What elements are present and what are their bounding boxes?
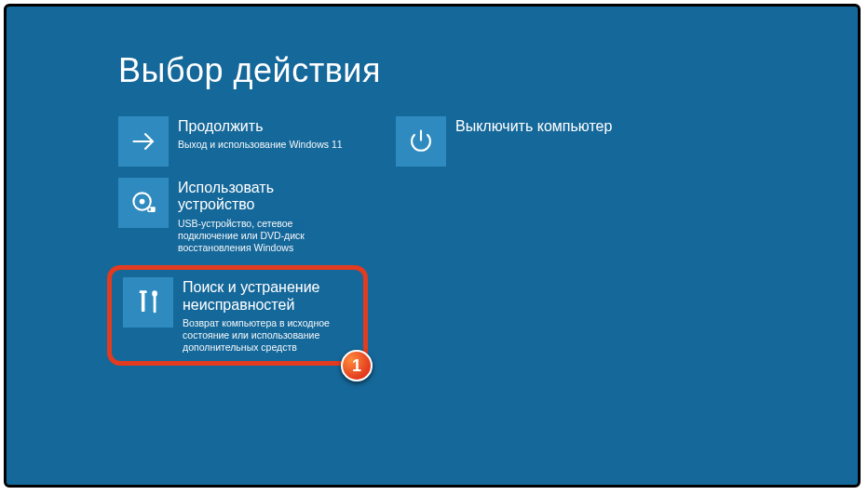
svg-rect-4	[149, 208, 151, 211]
tools-icon	[123, 277, 173, 328]
power-icon	[396, 116, 446, 167]
shutdown-tile[interactable]: Выключить компьютер	[396, 116, 634, 167]
continue-tile[interactable]: Продолжить Выход и использование Windows…	[118, 116, 357, 167]
svg-rect-5	[142, 293, 145, 312]
shutdown-title: Выключить компьютер	[455, 118, 612, 135]
content-area: Выбор действия Продолжить Выход и исполь…	[7, 7, 858, 485]
use-device-text: Использовать устройство USB-устройство, …	[178, 178, 350, 254]
disc-usb-icon	[118, 178, 169, 228]
svg-point-2	[140, 199, 145, 205]
callout-number: 1	[352, 356, 361, 376]
troubleshoot-highlight: Поиск и устранение неисправностей Возвра…	[107, 265, 368, 366]
tile-column-1: Продолжить Выход и использование Windows…	[118, 116, 368, 366]
continue-text: Продолжить Выход и использование Windows…	[178, 116, 343, 152]
troubleshoot-tile[interactable]: Поиск и устранение неисправностей Возвра…	[123, 277, 352, 354]
callout-badge-1: 1	[341, 350, 373, 381]
troubleshoot-desc: Возврат компьютера в исходное состояние …	[183, 317, 352, 354]
page-title: Выбор действия	[118, 51, 858, 90]
tile-grid: Продолжить Выход и использование Windows…	[118, 116, 858, 366]
winre-screen: Выбор действия Продолжить Выход и исполь…	[4, 4, 861, 488]
shutdown-text: Выключить компьютер	[455, 116, 612, 139]
use-device-title: Использовать устройство	[178, 180, 350, 214]
arrow-right-icon	[118, 116, 169, 167]
troubleshoot-text: Поиск и устранение неисправностей Возвра…	[183, 277, 352, 354]
tile-column-2: Выключить компьютер	[396, 116, 634, 366]
continue-title: Продолжить	[178, 118, 343, 135]
svg-rect-3	[147, 207, 156, 212]
continue-desc: Выход и использование Windows 11	[178, 139, 343, 151]
use-device-desc: USB-устройство, сетевое подключение или …	[178, 218, 350, 254]
troubleshoot-title: Поиск и устранение неисправностей	[183, 279, 352, 314]
use-device-tile[interactable]: Использовать устройство USB-устройство, …	[118, 178, 357, 254]
svg-rect-6	[140, 290, 147, 293]
